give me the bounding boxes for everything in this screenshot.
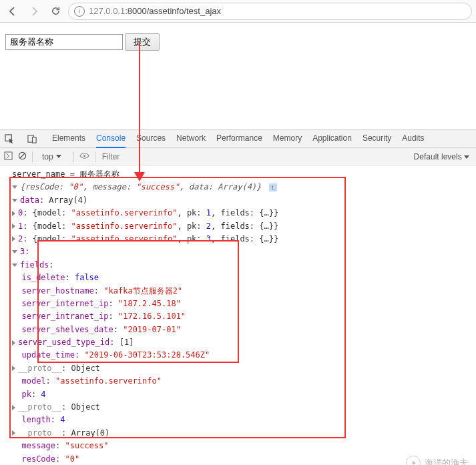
tab-memory[interactable]: Memory xyxy=(273,129,302,148)
expand-triangle-icon[interactable] xyxy=(12,199,17,202)
length: length: 4 xyxy=(12,414,471,426)
field: update_time: "2019-06-30T23:53:28.546Z" xyxy=(12,349,471,362)
chevron-down-icon xyxy=(56,155,61,158)
field: server_shelves_date: "2019-07-01" xyxy=(12,324,471,336)
proto[interactable]: __proto__: Object xyxy=(12,401,471,414)
tab-elements[interactable]: Elements xyxy=(52,129,85,148)
expand-triangle-icon[interactable] xyxy=(12,185,17,189)
array-item[interactable]: 1: {model: "assetinfo.serverinfo", pk: 2… xyxy=(12,220,471,233)
fields-object[interactable]: fields: xyxy=(12,259,471,272)
field[interactable]: server_used_type_id: [1] xyxy=(12,336,471,349)
forward-button xyxy=(25,3,43,20)
expand-triangle-icon[interactable] xyxy=(12,223,15,229)
field: server_internet_ip: "187.2.45.18" xyxy=(12,298,471,310)
svg-point-5 xyxy=(83,154,85,156)
field: is_delete: false xyxy=(12,272,471,284)
proto[interactable]: __proto__: Object xyxy=(12,362,471,375)
proto[interactable]: __proto__: Array(0) xyxy=(12,427,471,440)
tab-application[interactable]: Application xyxy=(312,129,352,148)
field: server_intranet_ip: "172.16.5.101" xyxy=(12,310,471,323)
server-name-input[interactable] xyxy=(5,34,123,50)
field: pk: 4 xyxy=(12,388,471,401)
console-sidebar-toggle-icon[interactable] xyxy=(4,151,13,162)
tab-performance[interactable]: Performance xyxy=(216,129,262,148)
console-output: server_name = 服务器名称 {resCode: "0", messa… xyxy=(0,165,476,465)
console-toolbar: top Default levels xyxy=(0,148,476,165)
expand-triangle-icon[interactable] xyxy=(12,405,15,410)
svg-rect-2 xyxy=(32,137,36,142)
array-item[interactable]: 2: {model: "assetinfo.serverinfo", pk: 3… xyxy=(12,233,471,246)
expand-triangle-icon[interactable] xyxy=(12,366,15,371)
data-array[interactable]: data: data: Array(4)Array(4) xyxy=(12,194,471,207)
site-info-icon[interactable]: i xyxy=(74,6,85,17)
eye-icon[interactable] xyxy=(79,151,89,163)
log-line: server_name = 服务器名称 xyxy=(12,168,471,181)
chevron-down-icon xyxy=(464,155,469,159)
array-item[interactable]: 0: {model: "assetinfo.serverinfo", pk: 1… xyxy=(12,207,471,219)
clear-console-icon[interactable] xyxy=(18,151,27,162)
submit-button[interactable]: 提交 xyxy=(125,33,160,51)
devtools-tabs: Elements Console Sources Network Perform… xyxy=(52,129,425,148)
info-icon[interactable]: i xyxy=(269,183,277,191)
back-button[interactable] xyxy=(4,3,21,20)
wechat-icon: ✦ xyxy=(406,456,421,465)
field: model: "assetinfo.serverinfo" xyxy=(12,375,471,388)
field: message: "success" xyxy=(12,440,471,452)
filter-input[interactable] xyxy=(101,151,288,162)
page-body: 提交 xyxy=(0,23,476,129)
expand-triangle-icon[interactable] xyxy=(12,264,17,267)
url-text: 127.0.0.1:8000/assetinfo/test_ajax xyxy=(89,6,221,16)
url-bar[interactable]: i 127.0.0.1:8000/assetinfo/test_ajax xyxy=(68,3,472,20)
tab-network[interactable]: Network xyxy=(176,129,206,148)
array-item-expanded[interactable]: 3: xyxy=(12,246,471,258)
expand-triangle-icon[interactable] xyxy=(12,340,15,346)
context-selector[interactable]: top xyxy=(38,151,68,163)
tab-security[interactable]: Security xyxy=(363,129,391,148)
watermark: ✦ 海洋的渔夫 xyxy=(406,456,468,465)
device-toggle-icon[interactable] xyxy=(25,132,39,145)
field: resCode: "0" xyxy=(12,453,471,465)
log-levels-selector[interactable]: Default levels xyxy=(414,152,472,161)
devtools-tabbar: Elements Console Sources Network Perform… xyxy=(0,129,476,148)
reload-button[interactable] xyxy=(47,3,64,20)
expand-triangle-icon[interactable] xyxy=(12,250,17,254)
expand-triangle-icon[interactable] xyxy=(12,236,15,242)
inspect-element-icon[interactable] xyxy=(3,132,16,145)
tab-audits[interactable]: Audits xyxy=(402,129,424,148)
browser-nav-bar: i 127.0.0.1:8000/assetinfo/test_ajax xyxy=(0,0,476,23)
expand-triangle-icon[interactable] xyxy=(12,211,15,216)
object-root[interactable]: {resCode: "0", message: "success", data:… xyxy=(12,181,471,193)
svg-rect-3 xyxy=(5,151,12,159)
tab-console[interactable]: Console xyxy=(96,129,126,148)
tab-sources[interactable]: Sources xyxy=(136,129,166,148)
expand-triangle-icon[interactable] xyxy=(12,430,15,436)
field: server_hostname: "kafka节点服务器2" xyxy=(12,285,471,298)
